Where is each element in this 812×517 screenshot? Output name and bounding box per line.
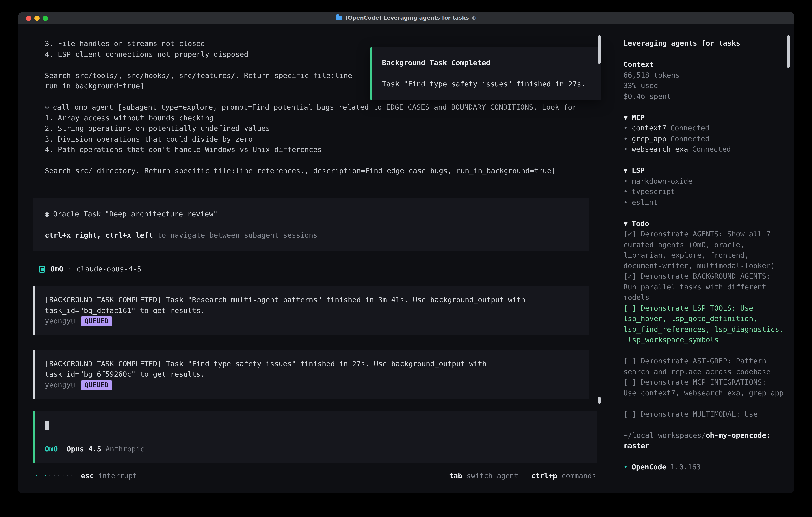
- active-model-name[interactable]: Opus 4.5: [66, 444, 101, 455]
- agent-checkbox-icon: [39, 266, 45, 272]
- agent-name: OmO: [50, 264, 63, 275]
- screen: [OpenCode] Leveraging agents for tasks ◐…: [0, 0, 812, 517]
- agent-header: OmO · claude-opus-4-5: [39, 264, 601, 275]
- gear-icon: ⚙: [45, 103, 49, 111]
- active-agent-name: OmO: [45, 444, 58, 455]
- blank-line: [624, 155, 786, 165]
- notification-toast: Background Task Completed Task "Find typ…: [371, 47, 601, 100]
- scrollbar-thumb[interactable]: [787, 35, 790, 68]
- log-line: Search src/ directory. Return specific f…: [45, 166, 601, 176]
- agent-model: claude-opus-4-5: [77, 264, 142, 275]
- blank-line: [624, 419, 786, 430]
- scrollbar-thumb[interactable]: [598, 397, 601, 404]
- text-cursor: [45, 420, 49, 430]
- message-text: [BACKGROUND TASK COMPLETED] Task "Resear…: [45, 295, 581, 305]
- folder-icon: [336, 16, 342, 20]
- todo-item: [ ] Demonstrate LSP TOOLS: Use lsp_hover…: [624, 303, 786, 345]
- bullet-icon: •: [624, 145, 628, 153]
- bullet-icon: •: [624, 134, 628, 142]
- fisheye-icon: ◉: [45, 209, 49, 218]
- collapse-arrow-icon: ▼: [624, 219, 628, 227]
- todo-section-heading[interactable]: ▼Todo: [624, 218, 786, 229]
- todo-item: [ ] Demonstrate MCP INTEGRATIONS: Use co…: [624, 377, 786, 398]
- bullet-icon: •: [624, 198, 628, 206]
- todo-item: [ ] Demonstrate AST-GREP: Pattern search…: [624, 356, 786, 377]
- blank-line: [624, 345, 786, 356]
- session-title: Leveraging agents for tasks: [624, 38, 786, 49]
- blank-line: [45, 155, 601, 166]
- collapse-arrow-icon: ▼: [624, 166, 628, 174]
- tool-call-line: ⚙call_omo_agent [subagent_type=explore, …: [45, 102, 601, 113]
- lsp-item: •markdown-oxide: [624, 176, 786, 186]
- traffic-lights: [26, 12, 48, 24]
- status-bar-left: ········· esc interrupt: [35, 470, 137, 481]
- hint-text: to navigate between subagent sessions: [153, 230, 318, 239]
- lsp-section-heading[interactable]: ▼LSP: [624, 165, 786, 176]
- blank-line: [45, 219, 581, 230]
- input-line: [45, 420, 589, 433]
- context-spent: $0.46 spent: [624, 91, 786, 102]
- todo-item: [✓] Demonstrate BACKGROUND AGENTS: Run p…: [624, 271, 786, 303]
- bullet-icon: •: [624, 124, 628, 132]
- conversation-pane: 3. File handles or streams not closed 4.…: [18, 24, 601, 493]
- spinner-dots-active: ···: [35, 472, 48, 479]
- blank-line: [624, 49, 786, 59]
- mcp-item: •websearch_exaConnected: [624, 144, 786, 155]
- toast-body: Task "Find type safety issues" finished …: [382, 79, 594, 89]
- close-button[interactable]: [26, 16, 31, 21]
- log-line: 1. Array access without bounds checking: [45, 113, 601, 123]
- terminal-window: [OpenCode] Leveraging agents for tasks ◐…: [18, 12, 794, 493]
- app-version: •OpenCode1.0.163: [624, 462, 786, 472]
- window-content: 3. File handles or streams not closed 4.…: [18, 24, 794, 493]
- message-meta: yeongyuQUEUED: [45, 316, 581, 326]
- provider-name: Anthropic: [106, 444, 144, 455]
- log-line: 2. String operations on potentially unde…: [45, 123, 601, 134]
- window-title-text: [OpenCode] Leveraging agents for tasks: [345, 12, 469, 23]
- commands-hint: ctrl+p commands: [531, 470, 596, 481]
- bullet-icon: •: [624, 176, 628, 185]
- context-tokens: 66,518 tokens: [624, 70, 786, 80]
- message-author: yeongyu: [45, 380, 75, 389]
- mcp-item: •grep_appConnected: [624, 133, 786, 144]
- zoom-button[interactable]: [43, 16, 48, 21]
- window-title: [OpenCode] Leveraging agents for tasks ◐: [336, 12, 476, 23]
- minimize-button[interactable]: [34, 16, 39, 21]
- spinner-dots-rest: ······: [48, 472, 74, 479]
- message-text: task_id="bg_6f59260c" to get results.: [45, 369, 581, 380]
- context-used: 33% used: [624, 80, 786, 91]
- message-card: [BACKGROUND TASK COMPLETED] Task "Find t…: [33, 350, 589, 399]
- input-status-row: OmO Opus 4.5 Anthropic: [45, 444, 589, 455]
- blank-line: [45, 433, 589, 444]
- log-line: 3. Division operations that could divide…: [45, 134, 601, 144]
- bullet-icon: •: [624, 187, 628, 195]
- spinner-dots: ·········: [35, 470, 75, 481]
- oracle-task-hint: ctrl+x right, ctrl+x left to navigate be…: [45, 230, 581, 240]
- lsp-item: •typescript: [624, 186, 786, 197]
- version-number: 1.0.163: [670, 463, 701, 471]
- blank-line: [624, 102, 786, 112]
- bullet-icon: •: [624, 463, 628, 471]
- status-badge: QUEUED: [81, 316, 113, 326]
- mcp-item: •context7Connected: [624, 123, 786, 133]
- scrollbar-thumb[interactable]: [598, 35, 601, 64]
- message-meta: yeongyuQUEUED: [45, 380, 581, 390]
- blank-line: [624, 398, 786, 409]
- hint-keys: ctrl+x right, ctrl+x left: [45, 230, 153, 239]
- todo-item: [✓] Demonstrate AGENTS: Show all 7 curat…: [624, 229, 786, 271]
- oracle-task-title: ◉Oracle Task "Deep architecture review": [45, 209, 581, 219]
- message-text: [BACKGROUND TASK COMPLETED] Task "Find t…: [45, 358, 581, 369]
- mcp-section-heading[interactable]: ▼MCP: [624, 112, 786, 123]
- separator-dot: ·: [68, 264, 72, 275]
- collapse-arrow-icon: ▼: [624, 113, 628, 121]
- toast-title: Background Task Completed: [382, 58, 594, 68]
- context-heading: Context: [624, 59, 786, 70]
- log-line: 4. Path operations that don't handle Win…: [45, 144, 601, 155]
- todo-item: [ ] Demonstrate MULTIMODAL: Use: [624, 409, 786, 419]
- sidebar: Leveraging agents for tasks Context 66,5…: [601, 24, 794, 493]
- oracle-task-card: ◉Oracle Task "Deep architecture review" …: [33, 198, 589, 251]
- message-author: yeongyu: [45, 317, 75, 325]
- status-bar-right: tab switch agent ctrl+p commands: [449, 470, 596, 481]
- status-bar: ········· esc interrupt tab switch agent…: [35, 470, 596, 481]
- blank-line: [624, 451, 786, 462]
- prompt-input[interactable]: OmO Opus 4.5 Anthropic: [33, 411, 597, 463]
